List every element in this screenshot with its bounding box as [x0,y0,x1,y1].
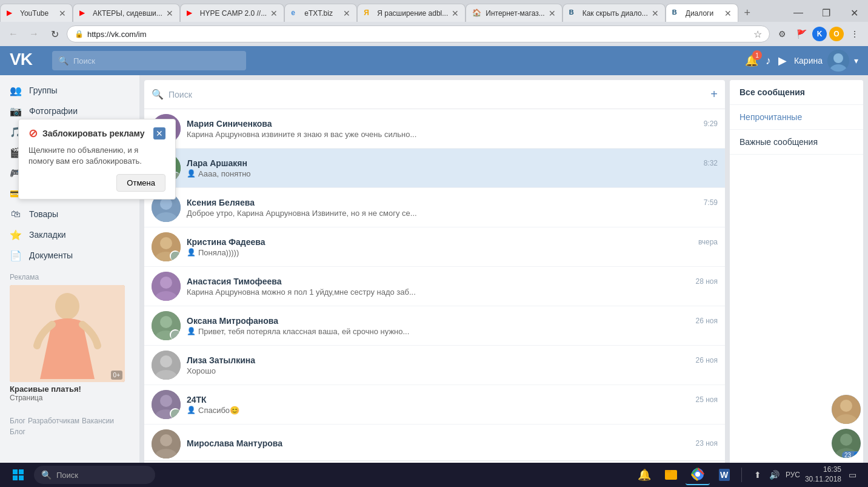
forward-button[interactable]: → [25,25,42,42]
chat-count-label: 23 [844,452,851,458]
sidebar-item-bookmarks[interactable]: ⭐ Закладки [0,224,139,245]
close-button[interactable]: ✕ [840,4,868,22]
tray-sound-icon[interactable]: 🔊 [769,469,781,481]
tab-hype-close[interactable]: ✕ [270,8,278,18]
svg-point-17 [160,237,172,249]
reload-button[interactable]: ↻ [46,25,63,42]
vk-user-area[interactable]: Карина ▾ [794,50,858,72]
tab-hype[interactable]: ▶ HYPE CAMP 2.0 //... ✕ [180,4,284,22]
tab-yandex[interactable]: Я Я расширение adbl... ✕ [357,4,466,22]
message-preview-anastasia: Карина Арцруновна можно я пол 1 уйду,мне… [187,287,718,297]
sidebar-ads-title: Реклама [10,273,130,281]
extensions-button[interactable]: ⚙ [773,25,790,42]
vk-search-input[interactable] [73,56,240,65]
bookmarks-icon: ⭐ [10,229,22,241]
message-item-maria[interactable]: Мария Синиченкова 9:29 Карина Арцруновна… [144,109,725,149]
menu-button[interactable]: ⋮ [846,25,863,42]
tab-yandex-close[interactable]: ✕ [452,8,459,18]
ad-popup-cancel-button[interactable]: Отмена [116,174,165,192]
flag-icon[interactable]: 🚩 [793,25,810,42]
address-bar[interactable]: 🔒 https://vk.com/im ☆ [67,25,770,42]
tab-dialogi-close[interactable]: ✕ [724,8,732,18]
tray-arrow-icon[interactable]: ⬆ [752,469,764,481]
sidebar-bookmarks-label: Закладки [29,230,66,240]
tab-etxt-close[interactable]: ✕ [343,8,350,18]
maximize-button[interactable]: ❐ [812,4,840,22]
bookmark-icon[interactable]: ☆ [753,29,762,40]
tab-hide-close[interactable]: ✕ [652,8,659,18]
message-preview-ksenia: Доброе утро, Карина Арцруновна Извините,… [187,209,718,218]
avatar-miroslava [152,429,181,458]
vk-search-bar[interactable]: 🔍 [52,51,246,70]
tab-hype-title: HYPE CAMP 2.0 //... [200,9,267,18]
footer-dev-link[interactable]: Разработчикам [28,417,79,425]
sidebar-ad-image[interactable]: 0+ [10,285,125,382]
right-panel-unread[interactable]: Непрочитанные [730,105,863,130]
message-time-ksenia: 7:59 [704,198,718,207]
tab-bar: ▶ YouTube ✕ ▶ АКТЕРЫ, сидевши... ✕ ▶ HYP… [0,0,868,22]
back-button[interactable]: ← [5,25,22,42]
tab-etxt[interactable]: e eTXT.biz ✕ [284,4,357,22]
svg-point-2 [833,53,843,63]
tray-desktop-icon[interactable]: ▭ [846,469,858,481]
tab-hide-title: Как скрыть диало... [583,9,648,18]
tab-aktory-close[interactable]: ✕ [166,8,173,18]
music-icon[interactable]: ♪ [766,55,771,67]
message-item-oksana[interactable]: Оксана Митрофанова 26 ноя 👤 Привет, тебя… [144,306,725,346]
sidebar-ad-section: Реклама 0+ [0,266,139,409]
sidebar-item-photos[interactable]: 📷 Фотографии [0,101,139,121]
notifications-icon[interactable]: 🔔 1 [745,54,758,67]
footer-jobs-link[interactable]: Вакансии [82,417,114,425]
taskbar-notifications-app[interactable]: 🔔 [632,465,656,485]
tab-shop[interactable]: 🏠 Интернет-магаз... ✕ [466,4,562,22]
ad-popup-close-button[interactable]: ✕ [153,127,165,139]
message-item-miroslava[interactable]: Мирослава Мантурова 23 ноя [144,425,725,460]
message-name-liza: Лиза Затылкина [187,355,255,365]
sidebar-item-goods[interactable]: 🛍 Товары [0,204,139,224]
tab-youtube[interactable]: ▶ YouTube ✕ [0,4,73,22]
message-item-ksenia[interactable]: Ксения Беляева 7:59 Доброе утро, Карина … [144,188,725,227]
footer-blog2-link[interactable]: Блог [10,428,25,436]
right-panel-all-messages[interactable]: Все сообщения [730,80,863,105]
vk-logo[interactable]: VK [10,50,40,72]
message-preview-kristina: 👤 Поняла))))) [187,248,718,257]
tab-aktory[interactable]: ▶ АКТЕРЫ, сидевши... ✕ [73,4,180,22]
message-header-24tk: 24ТК 25 ноя [187,395,718,405]
profile-o-avatar[interactable]: O [829,27,844,41]
tab-youtube-close[interactable]: ✕ [59,8,66,18]
docs-icon: 📄 [10,249,22,261]
message-item-lara[interactable]: Лара Аршакян 8:32 👤 Аааа, понятно [144,149,725,188]
tab-shop-close[interactable]: ✕ [549,8,556,18]
message-header-miroslava: Мирослава Мантурова 23 ноя [187,438,718,448]
sidebar-item-docs[interactable]: 📄 Документы [0,245,139,266]
sidebar-ad-name[interactable]: Красивые платья! [10,385,130,394]
chat-bubble-1[interactable] [832,395,861,424]
profile-k-avatar[interactable]: K [812,27,827,41]
sidebar-item-groups[interactable]: 👥 Группы [0,80,139,101]
taskbar-chrome-app[interactable] [686,465,710,485]
vk-dropdown-icon[interactable]: ▾ [854,56,858,65]
ad-age-badge: 0+ [111,371,122,380]
tab-hide[interactable]: В Как скрыть диало... ✕ [563,4,666,22]
chat-bubble-2[interactable]: 23 👤 [832,429,861,458]
new-tab-button[interactable]: + [738,4,756,22]
message-item-liza[interactable]: Лиза Затылкина 26 ноя Хорошо [144,346,725,385]
vk-header-icons: 🔔 1 ♪ ▶ [745,54,787,67]
footer-blog-link[interactable]: Блог [10,417,25,425]
start-button[interactable] [5,465,32,485]
message-item-24tk[interactable]: 24ТК 25 ноя 👤 Спасибо😊 [144,385,725,425]
taskbar-search[interactable]: 🔍 Поиск [34,466,155,484]
message-item-kristina[interactable]: Кристина Фадеева вчера 👤 Поняла))))) [144,227,725,267]
taskbar-word-app[interactable]: W [712,465,736,485]
tray-language[interactable]: РУС [786,471,800,479]
message-content-lara: Лара Аршакян 8:32 👤 Аааа, понятно [187,158,718,178]
messages-search-input[interactable] [169,90,706,99]
right-panel-important[interactable]: Важные сообщения [730,130,863,155]
message-time-lara: 8:32 [704,159,718,167]
video-icon[interactable]: ▶ [778,54,787,67]
message-item-anastasia[interactable]: Анастасия Тимофеева 28 ноя Карина Арцрун… [144,267,725,306]
messages-add-button[interactable]: + [710,87,718,101]
tab-dialogi[interactable]: В Диалоги ✕ [666,4,738,22]
minimize-button[interactable]: — [784,4,812,22]
taskbar-explorer-app[interactable] [659,465,683,485]
